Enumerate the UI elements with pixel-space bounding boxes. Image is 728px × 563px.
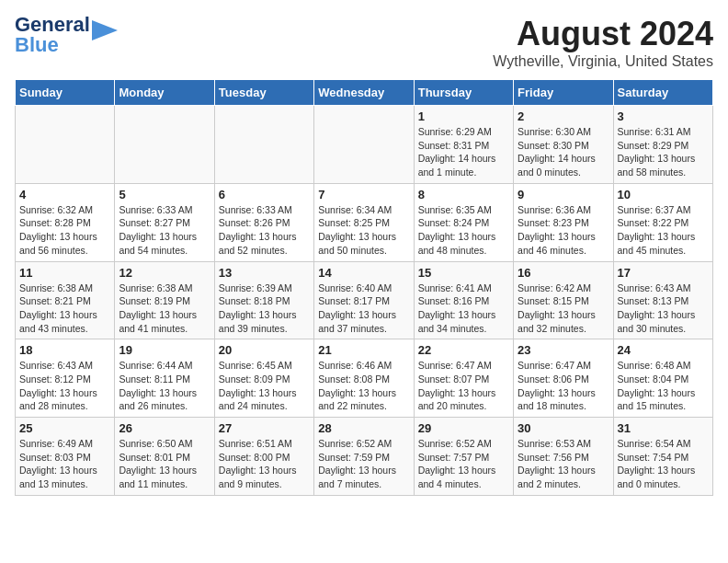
calendar-cell: 18Sunrise: 6:43 AM Sunset: 8:12 PM Dayli… [16,339,115,418]
calendar-cell: 15Sunrise: 6:41 AM Sunset: 8:16 PM Dayli… [414,261,513,339]
day-number: 18 [19,343,110,357]
calendar-cell: 7Sunrise: 6:34 AM Sunset: 8:25 PM Daylig… [314,183,414,261]
day-number: 15 [418,266,509,280]
day-info: Sunrise: 6:29 AM Sunset: 8:31 PM Dayligh… [418,125,509,179]
calendar-cell: 23Sunrise: 6:47 AM Sunset: 8:06 PM Dayli… [514,339,613,418]
day-info: Sunrise: 6:47 AM Sunset: 8:07 PM Dayligh… [418,359,509,413]
calendar-cell: 21Sunrise: 6:46 AM Sunset: 8:08 PM Dayli… [314,339,414,418]
day-number: 11 [19,266,110,280]
calendar-cell [314,106,414,184]
week-row-4: 18Sunrise: 6:43 AM Sunset: 8:12 PM Dayli… [16,339,713,418]
logo-text: GeneralBlue [15,15,90,55]
day-info: Sunrise: 6:46 AM Sunset: 8:08 PM Dayligh… [318,359,409,413]
week-row-2: 4Sunrise: 6:32 AM Sunset: 8:28 PM Daylig… [16,183,713,261]
day-number: 1 [418,109,509,123]
weekday-header-thursday: Thursday [414,80,513,106]
calendar-cell: 12Sunrise: 6:38 AM Sunset: 8:19 PM Dayli… [115,261,214,339]
day-number: 5 [119,188,210,201]
calendar-cell: 10Sunrise: 6:37 AM Sunset: 8:22 PM Dayli… [613,183,712,261]
page-subtitle: Wytheville, Virginia, United States [493,53,713,70]
day-info: Sunrise: 6:40 AM Sunset: 8:17 PM Dayligh… [318,282,409,336]
day-number: 19 [119,343,210,357]
calendar-cell: 17Sunrise: 6:43 AM Sunset: 8:13 PM Dayli… [613,261,712,339]
weekday-header-saturday: Saturday [613,80,712,106]
logo: GeneralBlue [15,15,118,55]
weekday-header-row: SundayMondayTuesdayWednesdayThursdayFrid… [16,80,713,106]
day-info: Sunrise: 6:44 AM Sunset: 8:11 PM Dayligh… [119,359,210,413]
calendar-cell: 28Sunrise: 6:52 AM Sunset: 7:59 PM Dayli… [314,418,414,496]
calendar-cell: 29Sunrise: 6:52 AM Sunset: 7:57 PM Dayli… [414,418,513,496]
day-info: Sunrise: 6:39 AM Sunset: 8:18 PM Dayligh… [219,282,310,336]
day-info: Sunrise: 6:33 AM Sunset: 8:27 PM Dayligh… [119,203,210,258]
weekday-header-monday: Monday [115,80,214,106]
day-number: 12 [119,266,210,280]
day-info: Sunrise: 6:43 AM Sunset: 8:12 PM Dayligh… [19,359,110,413]
day-number: 9 [518,188,609,201]
calendar-cell: 1Sunrise: 6:29 AM Sunset: 8:31 PM Daylig… [414,106,513,184]
day-number: 23 [518,343,609,357]
calendar-cell: 27Sunrise: 6:51 AM Sunset: 8:00 PM Dayli… [214,418,313,496]
day-info: Sunrise: 6:33 AM Sunset: 8:26 PM Dayligh… [219,203,310,258]
calendar-cell: 13Sunrise: 6:39 AM Sunset: 8:18 PM Dayli… [214,261,313,339]
day-info: Sunrise: 6:42 AM Sunset: 8:15 PM Dayligh… [518,282,609,336]
day-number: 20 [219,343,310,357]
day-number: 6 [219,188,310,201]
page-title: August 2024 [493,15,713,53]
day-number: 25 [19,421,110,435]
weekday-header-wednesday: Wednesday [314,80,414,106]
logo-blue: Blue [15,33,59,56]
day-info: Sunrise: 6:54 AM Sunset: 7:54 PM Dayligh… [618,437,709,491]
calendar-cell [16,106,115,184]
day-number: 3 [618,109,709,123]
day-number: 13 [219,266,310,280]
day-info: Sunrise: 6:48 AM Sunset: 8:04 PM Dayligh… [618,359,709,413]
day-info: Sunrise: 6:52 AM Sunset: 7:59 PM Dayligh… [318,437,409,491]
day-info: Sunrise: 6:47 AM Sunset: 8:06 PM Dayligh… [518,359,609,413]
day-number: 28 [318,421,409,435]
week-row-5: 25Sunrise: 6:49 AM Sunset: 8:03 PM Dayli… [16,418,713,496]
day-number: 8 [418,188,509,201]
day-info: Sunrise: 6:45 AM Sunset: 8:09 PM Dayligh… [219,359,310,413]
calendar-cell: 31Sunrise: 6:54 AM Sunset: 7:54 PM Dayli… [613,418,712,496]
day-info: Sunrise: 6:37 AM Sunset: 8:22 PM Dayligh… [618,203,709,258]
day-number: 29 [418,421,509,435]
day-info: Sunrise: 6:38 AM Sunset: 8:21 PM Dayligh… [19,282,110,336]
day-info: Sunrise: 6:30 AM Sunset: 8:30 PM Dayligh… [518,125,609,179]
day-number: 17 [618,266,709,280]
calendar-cell: 30Sunrise: 6:53 AM Sunset: 7:56 PM Dayli… [514,418,613,496]
calendar-cell: 11Sunrise: 6:38 AM Sunset: 8:21 PM Dayli… [16,261,115,339]
calendar-cell: 20Sunrise: 6:45 AM Sunset: 8:09 PM Dayli… [214,339,313,418]
calendar-cell: 26Sunrise: 6:50 AM Sunset: 8:01 PM Dayli… [115,418,214,496]
day-number: 24 [618,343,709,357]
weekday-header-sunday: Sunday [16,80,115,106]
svg-marker-0 [92,20,118,40]
day-info: Sunrise: 6:53 AM Sunset: 7:56 PM Dayligh… [518,437,609,491]
calendar-cell: 8Sunrise: 6:35 AM Sunset: 8:24 PM Daylig… [414,183,513,261]
day-number: 30 [518,421,609,435]
day-info: Sunrise: 6:50 AM Sunset: 8:01 PM Dayligh… [119,437,210,491]
day-info: Sunrise: 6:34 AM Sunset: 8:25 PM Dayligh… [318,203,409,258]
day-info: Sunrise: 6:43 AM Sunset: 8:13 PM Dayligh… [618,282,709,336]
calendar-cell: 22Sunrise: 6:47 AM Sunset: 8:07 PM Dayli… [414,339,513,418]
calendar-cell: 3Sunrise: 6:31 AM Sunset: 8:29 PM Daylig… [613,106,712,184]
day-info: Sunrise: 6:41 AM Sunset: 8:16 PM Dayligh… [418,282,509,336]
day-info: Sunrise: 6:49 AM Sunset: 8:03 PM Dayligh… [19,437,110,491]
day-info: Sunrise: 6:32 AM Sunset: 8:28 PM Dayligh… [19,203,110,258]
week-row-1: 1Sunrise: 6:29 AM Sunset: 8:31 PM Daylig… [16,106,713,184]
day-info: Sunrise: 6:38 AM Sunset: 8:19 PM Dayligh… [119,282,210,336]
day-number: 21 [318,343,409,357]
calendar-cell: 6Sunrise: 6:33 AM Sunset: 8:26 PM Daylig… [214,183,313,261]
calendar-cell: 19Sunrise: 6:44 AM Sunset: 8:11 PM Dayli… [115,339,214,418]
week-row-3: 11Sunrise: 6:38 AM Sunset: 8:21 PM Dayli… [16,261,713,339]
calendar-cell: 25Sunrise: 6:49 AM Sunset: 8:03 PM Dayli… [16,418,115,496]
calendar-table: SundayMondayTuesdayWednesdayThursdayFrid… [15,79,713,496]
calendar-cell: 5Sunrise: 6:33 AM Sunset: 8:27 PM Daylig… [115,183,214,261]
weekday-header-tuesday: Tuesday [214,80,313,106]
calendar-cell: 4Sunrise: 6:32 AM Sunset: 8:28 PM Daylig… [16,183,115,261]
calendar-cell [115,106,214,184]
day-number: 7 [318,188,409,201]
day-info: Sunrise: 6:35 AM Sunset: 8:24 PM Dayligh… [418,203,509,258]
calendar-cell [214,106,313,184]
day-number: 10 [618,188,709,201]
header: GeneralBlue August 2024 Wytheville, Virg… [15,15,713,70]
